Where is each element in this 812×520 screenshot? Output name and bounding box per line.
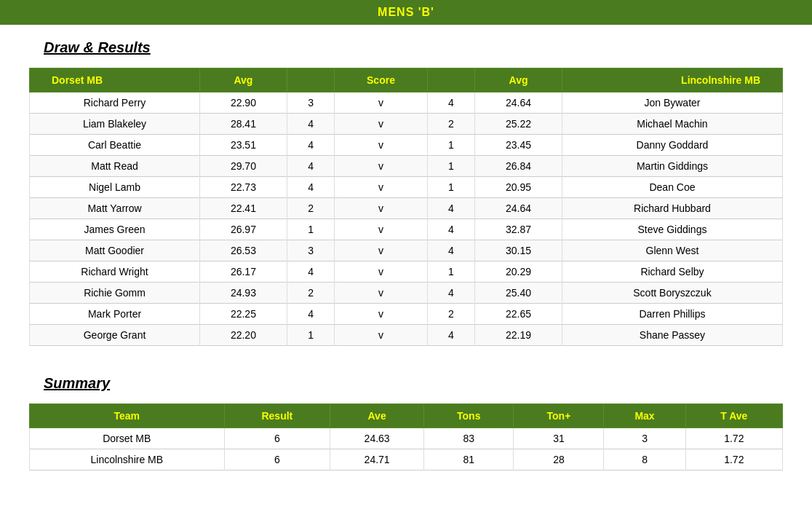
avg-right: 22.19	[475, 325, 562, 346]
left-player: Richie Gomm	[30, 283, 200, 304]
left-player: Richard Perry	[30, 92, 200, 114]
col-ton-plus: Ton+	[514, 404, 604, 428]
avg-left: 22.25	[200, 304, 287, 325]
col-avg-left: Avg	[200, 68, 287, 92]
score-left: 4	[287, 156, 334, 177]
col-max: Max	[604, 404, 685, 428]
summary-tons: 83	[424, 428, 514, 449]
avg-left: 22.41	[200, 198, 287, 219]
score-left: 4	[287, 135, 334, 156]
left-player: Liam Blakeley	[30, 114, 200, 135]
col-team: Team	[30, 404, 225, 428]
score-left: 4	[287, 114, 334, 135]
col-t-ave: T Ave	[685, 404, 782, 428]
score-right: 4	[427, 92, 474, 114]
table-row: George Grant 22.20 1 v 4 22.19 Shane Pas…	[30, 325, 783, 346]
summary-team: Lincolnshire MB	[30, 449, 225, 470]
right-player: Michael Machin	[562, 114, 782, 135]
right-player: Scott Boryszczuk	[562, 283, 782, 304]
score-right: 4	[427, 198, 474, 219]
score-left: 4	[287, 261, 334, 283]
page-wrapper: MENS 'B' Draw & Results Dorset MB Avg Sc…	[0, 0, 812, 520]
top-banner: MENS 'B'	[0, 0, 812, 25]
avg-right: 20.29	[475, 261, 562, 283]
score-left: 2	[287, 283, 334, 304]
col-score-right	[427, 68, 474, 92]
score-right: 1	[427, 156, 474, 177]
score-left: 3	[287, 92, 334, 114]
avg-right: 23.45	[475, 135, 562, 156]
avg-left: 23.51	[200, 135, 287, 156]
summary-ton-plus: 28	[514, 449, 604, 470]
score-left: 1	[287, 325, 334, 346]
right-player: Glenn West	[562, 240, 782, 261]
draw-results-heading: Draw & Results	[44, 39, 812, 56]
summary-result: 6	[224, 428, 330, 449]
vs: v	[335, 177, 428, 198]
col-avg-right: Avg	[475, 68, 562, 92]
summary-t-ave: 1.72	[685, 449, 782, 470]
score-left: 2	[287, 198, 334, 219]
avg-right: 25.40	[475, 283, 562, 304]
summary-heading: Summary	[44, 375, 812, 392]
score-right: 1	[427, 261, 474, 283]
vs: v	[335, 283, 428, 304]
vs: v	[335, 198, 428, 219]
results-table: Dorset MB Avg Score Avg Lincolnshire MB …	[29, 68, 783, 346]
avg-right: 32.87	[475, 219, 562, 240]
vs: v	[335, 325, 428, 346]
left-player: Richard Wright	[30, 261, 200, 283]
table-row: James Green 26.97 1 v 4 32.87 Steve Gidd…	[30, 219, 783, 240]
summary-table: Team Result Ave Tons Ton+ Max T Ave Dors…	[29, 403, 783, 470]
avg-right: 26.84	[475, 156, 562, 177]
summary-max: 8	[604, 449, 685, 470]
left-player: James Green	[30, 219, 200, 240]
right-player: Steve Giddings	[562, 219, 782, 240]
table-row: Matt Yarrow 22.41 2 v 4 24.64 Richard Hu…	[30, 198, 783, 219]
vs: v	[335, 240, 428, 261]
left-player: Matt Goodier	[30, 240, 200, 261]
table-row: Richard Perry 22.90 3 v 4 24.64 Jon Bywa…	[30, 92, 783, 114]
summary-ave: 24.71	[330, 449, 424, 470]
table-row: Richard Wright 26.17 4 v 1 20.29 Richard…	[30, 261, 783, 283]
col-tons: Tons	[424, 404, 514, 428]
table-row: Richie Gomm 24.93 2 v 4 25.40 Scott Bory…	[30, 283, 783, 304]
score-right: 4	[427, 283, 474, 304]
col-score-left	[287, 68, 334, 92]
right-player: Jon Bywater	[562, 92, 782, 114]
right-player: Martin Giddings	[562, 156, 782, 177]
summary-result: 6	[224, 449, 330, 470]
table-row: Matt Read 29.70 4 v 1 26.84 Martin Giddi…	[30, 156, 783, 177]
summary-ton-plus: 31	[514, 428, 604, 449]
right-player: Richard Hubbard	[562, 198, 782, 219]
left-player: Mark Porter	[30, 304, 200, 325]
banner-title: MENS 'B'	[378, 6, 434, 18]
table-row: Nigel Lamb 22.73 4 v 1 20.95 Dean Coe	[30, 177, 783, 198]
avg-left: 28.41	[200, 114, 287, 135]
avg-right: 20.95	[475, 177, 562, 198]
score-right: 2	[427, 304, 474, 325]
table-row: Liam Blakeley 28.41 4 v 2 25.22 Michael …	[30, 114, 783, 135]
score-left: 1	[287, 219, 334, 240]
avg-right: 24.64	[475, 92, 562, 114]
avg-right: 24.64	[475, 198, 562, 219]
vs: v	[335, 135, 428, 156]
vs: v	[335, 92, 428, 114]
col-right-team: Lincolnshire MB	[562, 68, 782, 92]
vs: v	[335, 114, 428, 135]
score-right: 4	[427, 325, 474, 346]
avg-right: 30.15	[475, 240, 562, 261]
score-right: 4	[427, 240, 474, 261]
right-player: Danny Goddard	[562, 135, 782, 156]
summary-ave: 24.63	[330, 428, 424, 449]
col-score-header: Score	[335, 68, 428, 92]
vs: v	[335, 156, 428, 177]
score-left: 4	[287, 177, 334, 198]
table-row: Mark Porter 22.25 4 v 2 22.65 Darren Phi…	[30, 304, 783, 325]
avg-left: 22.90	[200, 92, 287, 114]
right-player: Dean Coe	[562, 177, 782, 198]
vs: v	[335, 219, 428, 240]
summary-header-row: Team Result Ave Tons Ton+ Max T Ave	[30, 404, 783, 428]
avg-left: 22.73	[200, 177, 287, 198]
avg-left: 24.93	[200, 283, 287, 304]
